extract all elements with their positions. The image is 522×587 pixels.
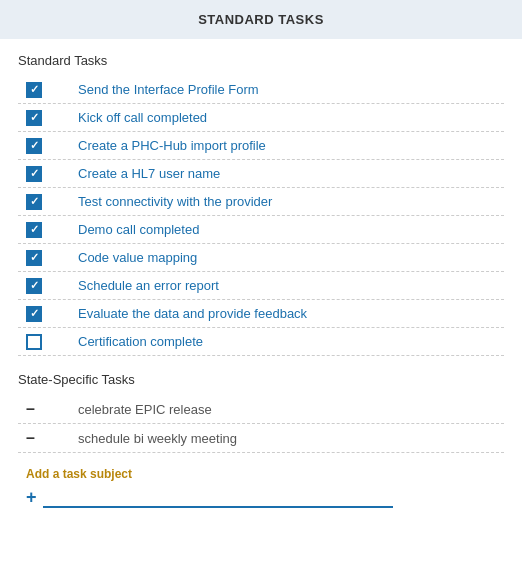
- page-header: STANDARD TASKS: [0, 0, 522, 39]
- state-task-label: celebrate EPIC release: [78, 402, 504, 417]
- task-label: Schedule an error report: [78, 278, 504, 293]
- state-tasks-label: State-Specific Tasks: [18, 372, 504, 387]
- task-checkbox[interactable]: ✓: [26, 166, 42, 182]
- task-row: ✓Create a PHC-Hub import profile: [18, 132, 504, 160]
- task-label: Kick off call completed: [78, 110, 504, 125]
- standard-tasks-label: Standard Tasks: [18, 53, 504, 68]
- add-task-row: +: [26, 487, 504, 508]
- task-checkbox[interactable]: ✓: [26, 194, 42, 210]
- task-row: ✓Schedule an error report: [18, 272, 504, 300]
- task-row: ✓Code value mapping: [18, 244, 504, 272]
- task-checkbox[interactable]: ✓: [26, 306, 42, 322]
- task-label: Create a PHC-Hub import profile: [78, 138, 504, 153]
- standard-tasks-section: Standard Tasks ✓Send the Interface Profi…: [18, 53, 504, 356]
- add-task-input[interactable]: [43, 487, 393, 508]
- task-row: ✓Kick off call completed: [18, 104, 504, 132]
- add-task-label[interactable]: Add a task subject: [26, 467, 504, 481]
- state-task-row: –schedule bi weekly meeting: [18, 424, 504, 453]
- task-label: Certification complete: [78, 334, 504, 349]
- task-row: ✓Demo call completed: [18, 216, 504, 244]
- task-checkbox[interactable]: ✓: [26, 222, 42, 238]
- task-row: ✓Test connectivity with the provider: [18, 188, 504, 216]
- task-checkbox[interactable]: [26, 334, 42, 350]
- task-row: ✓Send the Interface Profile Form: [18, 76, 504, 104]
- task-label: Create a HL7 user name: [78, 166, 504, 181]
- task-row: Certification complete: [18, 328, 504, 356]
- state-task-label: schedule bi weekly meeting: [78, 431, 504, 446]
- task-label: Evaluate the data and provide feedback: [78, 306, 504, 321]
- task-row: ✓Create a HL7 user name: [18, 160, 504, 188]
- dash-icon: –: [18, 400, 78, 418]
- task-checkbox[interactable]: ✓: [26, 138, 42, 154]
- add-task-area: Add a task subject +: [18, 467, 504, 508]
- task-label: Send the Interface Profile Form: [78, 82, 504, 97]
- task-label: Test connectivity with the provider: [78, 194, 504, 209]
- standard-task-list: ✓Send the Interface Profile Form✓Kick of…: [18, 76, 504, 356]
- task-label: Code value mapping: [78, 250, 504, 265]
- state-tasks-section: State-Specific Tasks –celebrate EPIC rel…: [18, 372, 504, 453]
- task-checkbox[interactable]: ✓: [26, 278, 42, 294]
- task-label: Demo call completed: [78, 222, 504, 237]
- state-task-row: –celebrate EPIC release: [18, 395, 504, 424]
- task-checkbox[interactable]: ✓: [26, 110, 42, 126]
- task-checkbox[interactable]: ✓: [26, 250, 42, 266]
- dash-icon: –: [18, 429, 78, 447]
- plus-icon[interactable]: +: [26, 487, 37, 508]
- task-row: ✓Evaluate the data and provide feedback: [18, 300, 504, 328]
- state-task-list: –celebrate EPIC release–schedule bi week…: [18, 395, 504, 453]
- task-checkbox[interactable]: ✓: [26, 82, 42, 98]
